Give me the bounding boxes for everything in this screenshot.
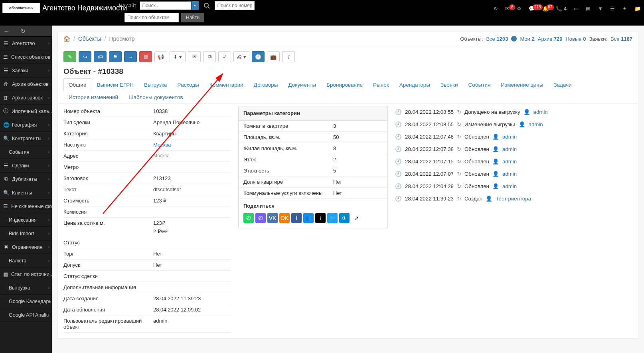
find-button[interactable]: Найти [181, 13, 204, 22]
search-button[interactable] [202, 1, 211, 10]
chat-icon[interactable]: 💬213 [529, 6, 535, 12]
mail-badge: 6 [509, 4, 516, 10]
global-search-input[interactable] [140, 1, 192, 10]
object-search-input[interactable] [124, 13, 179, 22]
to-site-link[interactable]: На сайт [119, 3, 136, 8]
card-icon[interactable]: ▭ [574, 6, 579, 12]
mail-icon[interactable]: ✉6 [505, 6, 510, 12]
folder-icon[interactable]: 📁 [634, 6, 641, 12]
number-search-input[interactable] [215, 1, 255, 10]
bell-icon[interactable]: 🔔67 [542, 6, 549, 12]
bell-badge: 67 [546, 4, 554, 10]
panel-icon[interactable]: ▤ [586, 6, 591, 12]
chat-badge: 213 [533, 4, 543, 10]
logo[interactable]: АбсолютБанк [2, 3, 40, 13]
filter-icon[interactable]: ▼ [598, 6, 603, 12]
refresh-icon[interactable]: ↻ [494, 6, 498, 12]
app-title: Агентство Недвижимости [42, 4, 127, 12]
search-dropdown-toggle[interactable]: ▾ [192, 1, 199, 10]
logo-text: АбсолютБанк [9, 6, 33, 10]
add-icon[interactable]: ＋ [622, 5, 627, 12]
svg-line-1 [208, 7, 209, 8]
gear-icon[interactable]: ⚙ [517, 6, 522, 12]
topbar: АбсолютБанк Агентство Недвижимости На са… [0, 0, 644, 26]
svg-point-0 [204, 3, 208, 7]
phone-count: 4 [564, 6, 567, 12]
phone-icon[interactable]: 📞4 [556, 6, 567, 12]
list-icon[interactable]: ☰ [610, 6, 615, 12]
